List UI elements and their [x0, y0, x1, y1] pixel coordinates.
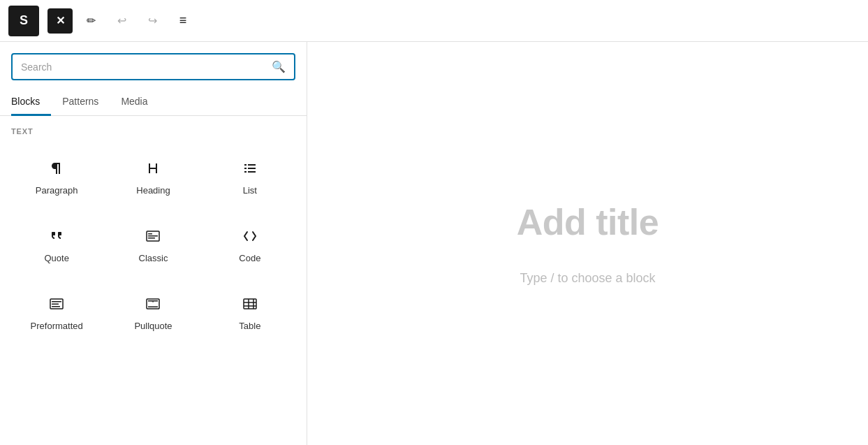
close-button[interactable]: ✕	[47, 8, 73, 34]
block-item-quote[interactable]: Quote	[11, 212, 102, 274]
svg-rect-9	[148, 238, 155, 239]
close-icon: ✕	[56, 14, 65, 27]
paragraph-icon	[48, 159, 65, 178]
blocks-grid: Paragraph Heading	[11, 144, 295, 342]
pullquote-icon: "	[145, 294, 161, 314]
title-placeholder[interactable]: Add title	[517, 201, 659, 243]
block-placeholder: Type / to choose a block	[520, 271, 655, 286]
svg-rect-2	[244, 168, 247, 169]
block-item-heading[interactable]: Heading	[108, 144, 198, 206]
svg-rect-3	[248, 168, 256, 169]
svg-rect-0	[244, 164, 247, 166]
svg-rect-7	[148, 233, 152, 235]
preformatted-icon	[48, 294, 65, 314]
heading-icon	[145, 159, 161, 178]
blocks-content: TEXT Paragraph	[0, 116, 307, 445]
block-item-preformatted[interactable]: Preformatted	[11, 279, 102, 342]
svg-text:": "	[152, 300, 154, 307]
logo-text: S	[20, 13, 28, 28]
tabs-container: Blocks Patterns Media	[0, 89, 307, 116]
svg-rect-5	[248, 171, 256, 173]
block-label-quote: Quote	[44, 253, 68, 263]
pen-button[interactable]: ✏	[78, 8, 103, 34]
block-label-classic: Classic	[139, 253, 168, 263]
editor-area[interactable]: Add title Type / to choose a block	[307, 42, 868, 445]
svg-rect-11	[52, 301, 61, 302]
code-icon	[242, 226, 258, 246]
block-label-code: Code	[239, 253, 260, 263]
undo-icon: ↩	[117, 14, 126, 27]
search-icon: 🔍	[272, 60, 286, 73]
sidebar: 🔍 Blocks Patterns Media TEXT	[0, 42, 307, 445]
tab-blocks[interactable]: Blocks	[11, 89, 51, 116]
toolbar: S ✕ ✏ ↩ ↪ ≡	[0, 0, 868, 42]
tab-patterns[interactable]: Patterns	[51, 89, 110, 116]
svg-rect-4	[244, 171, 247, 173]
svg-rect-12	[52, 304, 59, 305]
search-input[interactable]	[21, 61, 266, 73]
block-label-preformatted: Preformatted	[31, 321, 83, 331]
search-box: 🔍	[11, 53, 295, 80]
redo-button[interactable]: ↪	[140, 8, 165, 34]
list-icon	[242, 159, 258, 178]
block-label-list: List	[243, 185, 257, 196]
quote-icon	[48, 226, 65, 246]
svg-rect-18	[244, 299, 256, 309]
redo-icon: ↪	[148, 14, 157, 27]
tab-media[interactable]: Media	[110, 89, 159, 116]
block-label-heading: Heading	[136, 185, 170, 196]
block-label-paragraph: Paragraph	[36, 185, 78, 196]
table-icon	[242, 294, 258, 314]
block-item-code[interactable]: Code	[205, 212, 295, 274]
block-label-pullquote: Pullquote	[134, 321, 172, 331]
pen-icon: ✏	[87, 14, 96, 27]
menu-icon: ≡	[179, 13, 187, 28]
block-item-pullquote[interactable]: " Pullquote	[108, 279, 198, 342]
section-label-text: TEXT	[11, 127, 295, 136]
menu-button[interactable]: ≡	[170, 8, 196, 34]
block-item-classic[interactable]: Classic	[108, 212, 198, 274]
main-area: 🔍 Blocks Patterns Media TEXT	[0, 42, 868, 445]
svg-rect-8	[148, 235, 158, 237]
block-item-list[interactable]: List	[205, 144, 295, 206]
search-container: 🔍	[0, 42, 307, 80]
classic-icon	[145, 226, 161, 246]
svg-rect-1	[248, 164, 256, 166]
block-item-table[interactable]: Table	[205, 279, 295, 342]
block-item-paragraph[interactable]: Paragraph	[11, 144, 102, 206]
logo[interactable]: S	[8, 6, 39, 36]
block-label-table: Table	[239, 321, 260, 331]
svg-rect-13	[52, 306, 60, 307]
undo-button[interactable]: ↩	[109, 8, 134, 34]
